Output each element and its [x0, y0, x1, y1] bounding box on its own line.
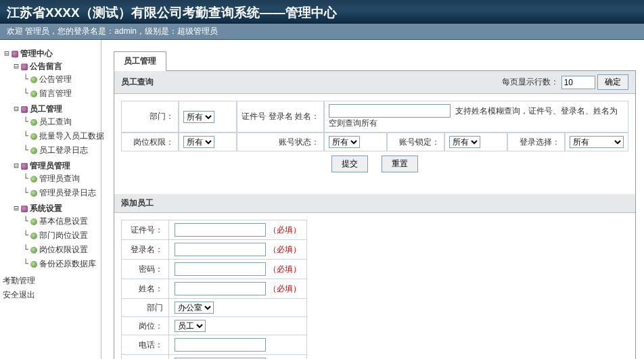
leaf-icon [30, 133, 37, 140]
nav-role-perm[interactable]: 岗位权限设置 [39, 245, 88, 254]
tree-collapse-icon[interactable]: ⊟ [3, 49, 11, 58]
nav-staff-query[interactable]: 员工查询 [39, 117, 72, 126]
tree-group-admin[interactable]: 管理员管理 [30, 161, 70, 170]
nav-announce-manage[interactable]: 公告管理 [39, 74, 72, 84]
acc-status-select[interactable]: 所有 [329, 136, 360, 148]
label-email: 邮箱： [122, 355, 169, 360]
welcome-bar: 欢迎 管理员，您的登录名是：admin，级别是：超级管理员 [0, 24, 644, 40]
folder-icon [21, 163, 28, 170]
tree-collapse-icon[interactable]: ⊟ [12, 161, 20, 170]
label-dept: 部门： [121, 101, 179, 133]
login-input[interactable] [175, 243, 266, 256]
nav-message-manage[interactable]: 留言管理 [39, 89, 72, 98]
login-sel-select[interactable]: 所有 [570, 136, 624, 148]
position-select[interactable]: 员工 [175, 320, 206, 332]
label-position: 岗位： [122, 317, 169, 335]
leaf-icon [30, 91, 37, 97]
label-login-sel: 登录选择： [507, 133, 565, 151]
tree-group-announce[interactable]: 公告留言 [30, 62, 62, 71]
tab-staff-manage[interactable]: 员工管理 [114, 51, 166, 71]
label-login: 登录名： [122, 240, 169, 260]
label-name: 姓名： [122, 279, 169, 299]
idname-input[interactable] [329, 104, 451, 118]
dept-select[interactable]: 所有 [183, 111, 214, 123]
leaf-icon [30, 261, 37, 268]
nav-admin-query[interactable]: 管理员查询 [39, 174, 80, 183]
nav-logout[interactable]: 安全退出 [3, 290, 35, 300]
reset-button[interactable]: 重置 [382, 155, 418, 172]
name-input[interactable] [175, 282, 266, 295]
leaf-icon [30, 247, 37, 254]
phone-input[interactable] [175, 338, 266, 352]
label-add-dept: 部门 [122, 299, 169, 317]
nav-attendance[interactable]: 考勤管理 [3, 276, 35, 285]
tree-collapse-icon[interactable]: ⊟ [12, 62, 20, 71]
leaf-icon [30, 119, 37, 126]
required-mark: （必填） [269, 284, 301, 293]
nav-admin-loginlog[interactable]: 管理员登录日志 [39, 188, 96, 197]
role-select[interactable]: 所有 [183, 136, 214, 148]
tree-group-settings[interactable]: 系统设置 [30, 204, 62, 213]
folder-icon [12, 51, 18, 57]
tree-collapse-icon[interactable]: ⊟ [12, 204, 20, 213]
label-phone: 电话： [122, 335, 169, 355]
acc-lock-select[interactable]: 所有 [449, 136, 480, 148]
label-pwd: 密码： [122, 260, 169, 279]
tree-root[interactable]: 管理中心 [20, 49, 53, 58]
required-mark: （必填） [269, 225, 301, 235]
leaf-icon [30, 176, 37, 183]
leaf-icon [30, 218, 37, 225]
label-id: 证件号： [122, 220, 169, 240]
folder-icon [21, 64, 28, 70]
pwd-input[interactable] [175, 262, 266, 276]
required-mark: （必填） [269, 245, 301, 254]
submit-button[interactable]: 提交 [331, 155, 368, 172]
tree-collapse-icon[interactable]: ⊟ [12, 104, 20, 114]
search-heading: 员工查询 [121, 76, 154, 88]
sidebar: ⊟管理中心 ⊟公告留言 └公告管理 └留言管理 ⊟员工管理 [0, 40, 101, 359]
nav-backup-restore[interactable]: 备份还原数据库 [39, 259, 96, 268]
leaf-icon [30, 190, 37, 197]
leaf-icon [30, 147, 37, 154]
nav-staff-import[interactable]: 批量导入员工数据 [39, 131, 104, 141]
add-heading: 添加员工 [121, 197, 154, 209]
label-acc-lock: 账号锁定： [387, 133, 444, 151]
app-title: 江苏省XXXX（测试）有限公司考勤查询系统——管理中心 [7, 4, 637, 22]
tree-group-staff[interactable]: 员工管理 [30, 104, 62, 114]
folder-icon [21, 106, 28, 113]
nav-dept-position[interactable]: 部门岗位设置 [39, 231, 88, 240]
rows-per-page-input[interactable] [561, 76, 595, 89]
leaf-icon [30, 76, 37, 83]
rows-confirm-button[interactable]: 确定 [597, 74, 628, 90]
id-input[interactable] [175, 223, 266, 237]
add-dept-select[interactable]: 办公室 [175, 302, 214, 314]
nav-basic-settings[interactable]: 基本信息设置 [39, 216, 88, 226]
label-role: 岗位权限： [121, 133, 179, 151]
rows-per-page-label: 每页显示行数： [502, 76, 559, 88]
label-acc-status: 账号状态： [237, 133, 324, 151]
folder-icon [21, 206, 28, 212]
required-mark: （必填） [269, 264, 301, 274]
leaf-icon [30, 233, 37, 239]
label-idname: 证件号 登录名 姓名： [237, 101, 324, 133]
nav-staff-loginlog[interactable]: 员工登录日志 [39, 145, 88, 155]
